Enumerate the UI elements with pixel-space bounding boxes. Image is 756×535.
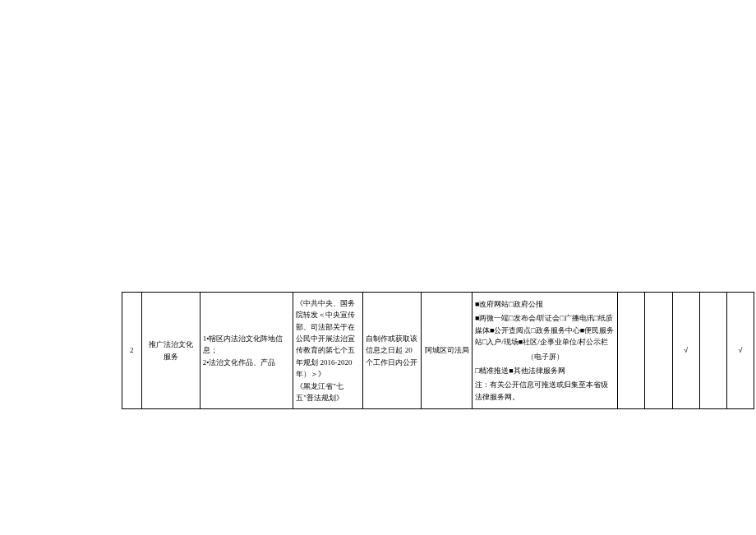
cell-time: 自制作或获取该信息之日起 20 个工作日内公开 xyxy=(363,293,422,409)
channel-note: 注：有关公开信息可推送或归集至本省级法律服务网。 xyxy=(475,379,615,403)
cell-col-b xyxy=(645,293,672,409)
cell-channel: ■改府网站□政府公报 ■两微一端□发布会/听证会□广播电讯□纸质媒体■公开查阅点… xyxy=(472,293,617,409)
table-row: 2 推广法治文化 服务 1•辖区内法治文化阵地信息； 2•法治文化作品、产品 《… xyxy=(122,293,754,409)
cell-content: 1•辖区内法治文化阵地信息； 2•法治文化作品、产品 xyxy=(200,293,293,409)
cell-basis: 《中共中央、国务院转发＜中央宣传部、司法部关于在公民中开展法治宣传教育的第七个五… xyxy=(293,293,363,409)
content-text: 1•辖区内法治文化阵地信息； 2•法治文化作品、产品 xyxy=(203,333,291,368)
subject-text: 阿城区司法局 xyxy=(424,344,469,356)
cell-col-c: √ xyxy=(672,293,699,409)
cell-col-a xyxy=(618,293,645,409)
channel-block: ■改府网站□政府公报 ■两微一端□发布会/听证会□广播电讯□纸质媒体■公开查阅点… xyxy=(475,298,615,403)
time-text: 自制作或获取该信息之日起 20 个工作日内公开 xyxy=(366,333,418,368)
document-table: 2 推广法治文化 服务 1•辖区内法治文化阵地信息； 2•法治文化作品、产品 《… xyxy=(122,292,754,409)
title-line2: 服务 xyxy=(145,351,197,362)
table: 2 推广法治文化 服务 1•辖区内法治文化阵地信息； 2•法治文化作品、产品 《… xyxy=(122,292,754,409)
cell-title: 推广法治文化 服务 xyxy=(141,293,200,409)
cell-col-e: √ xyxy=(726,293,754,409)
cell-col-d xyxy=(699,293,726,409)
channel-line2: ■两微一端□发布会/听证会□广播电讯□纸质媒体■公开查阅点□政务服务中心■便民服… xyxy=(475,312,615,348)
channel-line3: （电子屏） xyxy=(475,351,615,362)
cell-num: 2 xyxy=(122,293,142,409)
cell-subject: 阿城区司法局 xyxy=(422,293,472,409)
channel-line1: ■改府网站□政府公报 xyxy=(475,298,615,310)
basis-text: 《中共中央、国务院转发＜中央宣传部、司法部关于在公民中开展法治宣传教育的第七个五… xyxy=(296,297,360,404)
channel-line4: □精准推送■其他法律服务网 xyxy=(475,365,615,376)
title-line1: 推广法治文化 xyxy=(145,339,197,350)
